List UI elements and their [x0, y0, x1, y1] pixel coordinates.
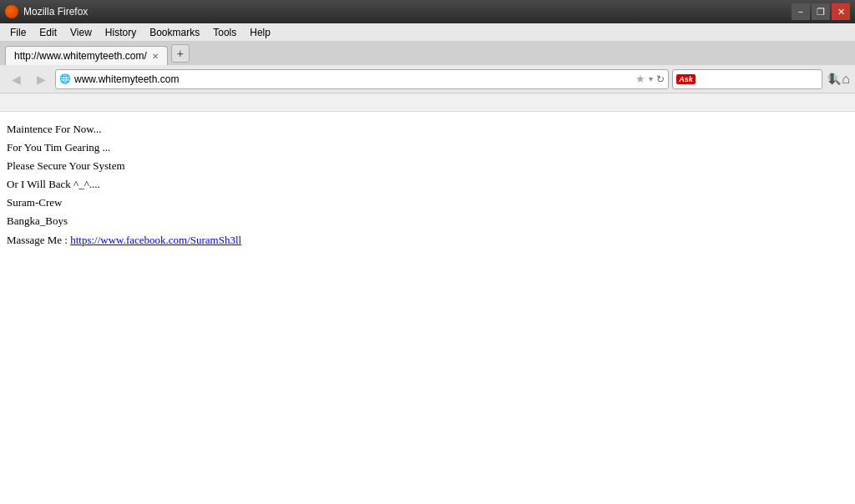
menu-item-history[interactable]: History	[99, 25, 143, 40]
home-icon[interactable]: ⌂	[842, 72, 850, 87]
menu-item-file[interactable]: File	[3, 25, 33, 40]
line-7: Massage Me : https://www.facebook.com/Su…	[7, 231, 848, 249]
line-4: Or I Will Back ^_^....	[7, 175, 848, 194]
navbar: ◀ ▶ 🌐 ★ ▾ ↻ Ask 🔍 ⬇ ⌂	[0, 65, 855, 93]
page-content: Maintence For Now... For You Tim Gearing…	[0, 112, 855, 504]
active-tab[interactable]: http://www.whitemyteeth.com/ ✕	[5, 46, 168, 65]
line-6: Bangka_Boys	[7, 212, 848, 230]
line-2: For You Tim Gearing ...	[7, 139, 848, 157]
tabbar: http://www.whitemyteeth.com/ ✕ +	[0, 42, 855, 65]
titlebar-title: Mozilla Firefox	[23, 6, 787, 18]
tab-title: http://www.whitemyteeth.com/	[14, 50, 147, 62]
line-5: Suram-Crew	[7, 194, 848, 212]
address-input[interactable]	[74, 73, 632, 85]
close-button[interactable]: ✕	[832, 3, 850, 20]
maximize-button[interactable]: ❐	[812, 3, 830, 20]
menubar: FileEditViewHistoryBookmarksToolsHelp	[0, 23, 855, 42]
bookmarkbar	[0, 93, 855, 112]
menu-item-help[interactable]: Help	[243, 25, 277, 40]
bookmark-star-icon[interactable]: ★	[635, 73, 645, 85]
line-1: Maintence For Now...	[7, 120, 848, 139]
menu-item-tools[interactable]: Tools	[206, 25, 243, 40]
forward-button[interactable]: ▶	[30, 68, 52, 90]
menu-item-edit[interactable]: Edit	[33, 25, 63, 40]
titlebar: Mozilla Firefox − ❐ ✕	[0, 0, 855, 23]
download-icon[interactable]: ⬇	[826, 70, 838, 88]
dropdown-icon[interactable]: ▾	[649, 74, 653, 83]
minimize-button[interactable]: −	[792, 3, 810, 20]
window-controls: − ❐ ✕	[792, 3, 850, 20]
back-button[interactable]: ◀	[5, 68, 27, 90]
search-bar: Ask 🔍	[672, 69, 822, 89]
menu-item-view[interactable]: View	[63, 25, 99, 40]
address-bar: 🌐 ★ ▾ ↻	[55, 69, 669, 89]
security-icon: 🌐	[59, 73, 71, 84]
firefox-icon	[5, 5, 18, 18]
line-3: Please Secure Your System	[7, 157, 848, 175]
ask-logo: Ask	[676, 74, 696, 84]
new-tab-button[interactable]: +	[171, 44, 190, 63]
tab-close-button[interactable]: ✕	[152, 52, 159, 61]
menu-item-bookmarks[interactable]: Bookmarks	[143, 25, 206, 40]
refresh-icon[interactable]: ↻	[656, 73, 665, 85]
search-input[interactable]	[699, 73, 824, 85]
facebook-link[interactable]: https://www.facebook.com/SuramSh3ll	[70, 234, 241, 246]
